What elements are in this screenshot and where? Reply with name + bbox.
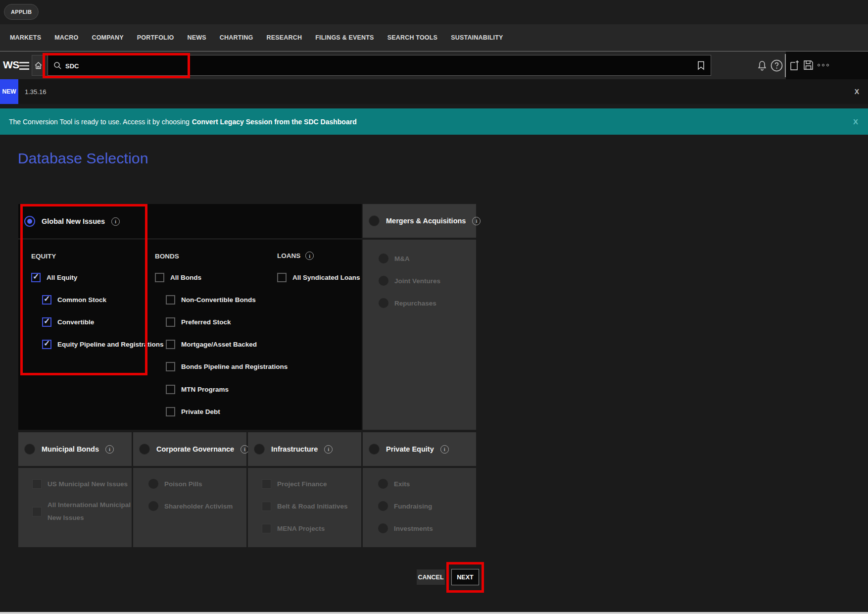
info-icon[interactable] <box>105 445 114 454</box>
private-debt-checkbox[interactable] <box>166 407 175 416</box>
info-icon[interactable] <box>111 217 120 226</box>
nav-sustainability[interactable]: SUSTAINABILITY <box>451 34 503 41</box>
infrastructure-body: Project Finance Belt & Road Initiatives … <box>248 468 361 547</box>
intl-municipal-checkbox <box>32 507 42 516</box>
option-non-convertible-bonds[interactable]: Non-Convertible Bonds <box>166 294 256 305</box>
save-icon[interactable] <box>803 59 814 71</box>
option-label: Poison Pills <box>164 480 202 488</box>
banner-message-bold: Convert Legacy Session from the SDC Dash… <box>192 118 357 126</box>
municipal-bonds-panel: Municipal Bonds US Municipal New Issues … <box>18 432 132 547</box>
option-label: Investments <box>394 525 433 532</box>
option-common-stock[interactable]: Common Stock <box>42 294 106 305</box>
municipal-bonds-header: Municipal Bonds <box>18 432 132 467</box>
option-label: Shareholder Activism <box>164 503 233 510</box>
mergers-acquisitions-radio[interactable] <box>369 215 380 226</box>
nav-portfolio[interactable]: PORTFOLIO <box>137 34 174 41</box>
info-icon[interactable] <box>472 217 481 225</box>
option-label: All Bonds <box>170 274 201 281</box>
investments-option-circle <box>378 523 388 533</box>
non-convertible-bonds-checkbox[interactable] <box>166 295 175 305</box>
option-private-debt[interactable]: Private Debt <box>166 406 220 417</box>
bottom-scroll-strip <box>0 612 868 614</box>
info-icon[interactable] <box>440 445 449 454</box>
corporate-governance-title: Corporate Governance <box>156 445 234 453</box>
private-equity-title: Private Equity <box>386 445 434 453</box>
all-syndicated-loans-checkbox[interactable] <box>277 273 287 282</box>
bonds-pipeline-checkbox[interactable] <box>166 362 175 371</box>
nav-filings-events[interactable]: FILINGS & EVENTS <box>315 34 374 41</box>
infrastructure-radio[interactable] <box>254 444 265 455</box>
convertible-checkbox[interactable] <box>42 317 51 327</box>
info-icon[interactable] <box>324 445 333 454</box>
mergers-acquisitions-title: Mergers & Acquisitions <box>386 217 466 225</box>
all-equity-checkbox[interactable] <box>31 273 41 282</box>
home-button[interactable] <box>32 55 45 76</box>
nav-macro[interactable]: MACRO <box>54 34 78 41</box>
version-close-icon[interactable]: X <box>855 79 859 104</box>
info-icon[interactable] <box>305 252 314 260</box>
cancel-button[interactable]: CANCEL <box>417 569 445 585</box>
equity-pipeline-checkbox[interactable] <box>42 340 51 349</box>
search-input[interactable] <box>64 55 690 76</box>
loans-column-header: LOANS <box>277 252 314 260</box>
version-bar: NEW 1.35.16 X <box>0 79 868 104</box>
version-number: 1.35.16 <box>25 79 46 104</box>
option-label: All International Municipal New Issues <box>48 499 133 524</box>
nav-company[interactable]: COMPANY <box>92 34 123 41</box>
municipal-bonds-body: US Municipal New Issues All Internationa… <box>18 468 132 547</box>
next-button[interactable]: NEXT <box>451 569 479 585</box>
common-stock-checkbox[interactable] <box>42 295 51 305</box>
new-document-icon[interactable] <box>789 59 801 71</box>
private-equity-radio[interactable] <box>369 444 380 455</box>
bookmark-icon[interactable] <box>697 61 705 70</box>
infrastructure-panel: Infrastructure Project Finance Belt & Ro… <box>248 432 361 547</box>
option-label: Exits <box>394 480 410 488</box>
option-bonds-pipeline[interactable]: Bonds Pipeline and Registrations <box>166 361 288 372</box>
banner-message: The Conversion Tool is ready to use. Acc… <box>9 118 190 126</box>
option-label: Belt & Road Initiatives <box>277 503 348 510</box>
menu-icon[interactable] <box>19 62 29 72</box>
toolbar: WS <box>0 51 868 79</box>
option-project-finance: Project Finance <box>262 478 327 489</box>
help-icon[interactable] <box>771 59 783 72</box>
applib-badge[interactable]: APPLIB <box>4 4 39 20</box>
all-bonds-checkbox[interactable] <box>155 273 164 282</box>
nav-research[interactable]: RESEARCH <box>266 34 302 41</box>
mortgage-asset-backed-checkbox[interactable] <box>166 340 175 349</box>
notifications-icon[interactable] <box>757 60 768 72</box>
repurchases-option-circle <box>379 298 388 308</box>
banner-close-icon[interactable]: X <box>853 108 858 135</box>
loans-header-label: LOANS <box>277 252 300 259</box>
nav-markets[interactable]: MARKETS <box>10 34 41 41</box>
corporate-governance-panel: Corporate Governance Poison Pills Shareh… <box>133 432 246 547</box>
nav-news[interactable]: NEWS <box>188 34 206 41</box>
option-convertible[interactable]: Convertible <box>42 316 94 327</box>
nav-charting[interactable]: CHARTING <box>220 34 253 41</box>
option-label: All Equity <box>47 274 77 281</box>
preferred-stock-checkbox[interactable] <box>166 317 175 327</box>
option-all-syndicated-loans[interactable]: All Syndicated Loans <box>277 272 360 283</box>
belt-road-checkbox <box>262 502 271 511</box>
global-new-issues-radio[interactable] <box>24 216 35 227</box>
search-bar <box>48 55 711 76</box>
more-icon[interactable] <box>818 64 829 66</box>
option-mortgage-asset-backed[interactable]: Mortgage/Asset Backed <box>166 339 257 350</box>
option-preferred-stock[interactable]: Preferred Stock <box>166 316 231 327</box>
option-intl-municipal: All International Municipal New Issues <box>32 499 133 524</box>
shareholder-activism-option-circle <box>148 501 158 511</box>
option-label: Non-Convertible Bonds <box>181 296 256 304</box>
municipal-bonds-radio[interactable] <box>24 444 35 455</box>
option-equity-pipeline[interactable]: Equity Pipeline and Registrations <box>42 339 164 350</box>
option-all-bonds[interactable]: All Bonds <box>155 272 201 283</box>
nav-search-tools[interactable]: SEARCH TOOLS <box>387 34 438 41</box>
infrastructure-header: Infrastructure <box>248 432 361 467</box>
us-municipal-checkbox <box>32 479 42 489</box>
toolbar-right-section <box>786 51 868 79</box>
option-all-equity[interactable]: All Equity <box>31 272 77 283</box>
mtn-programs-checkbox[interactable] <box>166 385 175 394</box>
corporate-governance-radio[interactable] <box>139 444 150 455</box>
option-investments: Investments <box>378 523 433 534</box>
option-mtn-programs[interactable]: MTN Programs <box>166 384 229 395</box>
app-window: APPLIB MARKETS MACRO COMPANY PORTFOLIO N… <box>0 0 868 614</box>
private-equity-body: Exits Fundraising Investments <box>363 468 476 547</box>
